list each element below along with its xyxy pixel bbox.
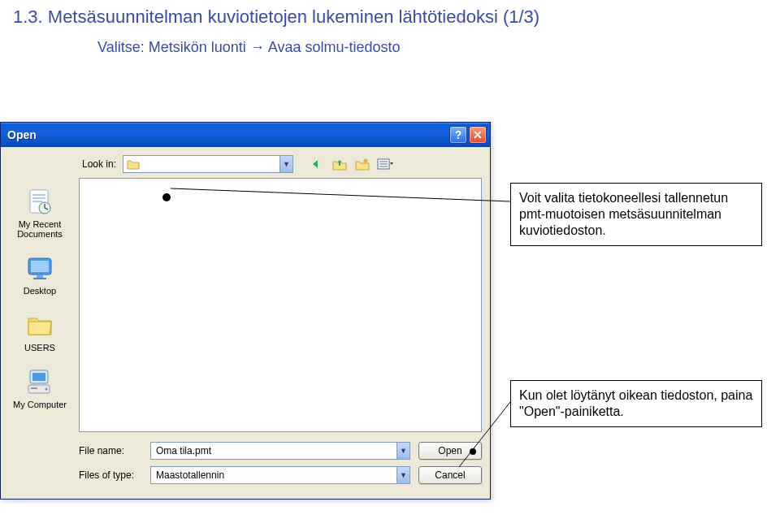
folder-icon (127, 158, 140, 170)
svg-rect-18 (32, 373, 46, 381)
callout-file-list: Voit valita tietokoneellesi tallennetun … (510, 183, 762, 246)
cancel-button-label: Cancel (435, 469, 465, 481)
close-button[interactable]: ✕ (469, 126, 487, 144)
open-button-label: Open (438, 445, 462, 456)
svg-rect-16 (33, 278, 46, 279)
subheading-suffix: Avaa solmu-tiedosto (265, 39, 401, 55)
dialog-title: Open (7, 128, 449, 141)
place-label: USERS (24, 343, 55, 353)
filename-input[interactable]: Oma tila.pmt ▼ (150, 442, 410, 460)
cancel-button[interactable]: Cancel (418, 466, 482, 484)
lookin-combo[interactable]: ▼ (123, 155, 293, 173)
arrow-icon: → (250, 39, 265, 55)
up-folder-icon[interactable] (331, 155, 349, 173)
filename-value: Oma tila.pmt (156, 445, 211, 456)
page-subheading: Valitse: Metsikön luonti → Avaa solmu-ti… (0, 29, 780, 80)
open-dialog: Open ? ✕ Look in: ▼ (0, 122, 491, 500)
users-folder-icon (25, 310, 54, 340)
filetype-label: Files of type: (79, 469, 142, 481)
chevron-down-icon[interactable]: ▼ (280, 156, 292, 172)
svg-rect-20 (31, 387, 37, 389)
chevron-down-icon[interactable]: ▼ (396, 467, 410, 483)
svg-rect-14 (31, 261, 49, 272)
my-computer-icon (25, 367, 54, 396)
filetype-combo[interactable]: Maastotallennin ▼ (150, 466, 410, 484)
place-label: My Recent Documents (6, 219, 73, 239)
help-button[interactable]: ? (449, 126, 467, 144)
svg-rect-11 (32, 201, 42, 202)
place-label: Desktop (24, 286, 56, 296)
filetype-value: Maastotallennin (156, 469, 224, 481)
subheading-prefix: Valitse: Metsikön luonti (98, 39, 250, 55)
place-label: My Computer (13, 400, 67, 409)
callout-open-button: Kun olet löytänyt oikean tiedoston, pain… (510, 380, 762, 427)
page-heading: 1.3. Metsäsuunnitelman kuviotietojen luk… (0, 0, 780, 29)
lookin-label: Look in: (82, 158, 116, 170)
back-icon[interactable] (308, 155, 326, 173)
svg-rect-9 (32, 194, 46, 196)
lookin-row: Look in: ▼ (1, 147, 490, 178)
place-desktop[interactable]: Desktop (6, 248, 74, 303)
view-menu-icon[interactable] (376, 155, 394, 173)
open-button[interactable]: Open (418, 442, 482, 460)
svg-rect-10 (32, 197, 46, 199)
place-users[interactable]: USERS (6, 305, 74, 360)
places-bar: My Recent Documents Desktop USERS My Com… (1, 178, 79, 499)
svg-point-21 (46, 388, 48, 391)
place-my-computer[interactable]: My Computer (6, 361, 74, 417)
titlebar[interactable]: Open ? ✕ (1, 123, 490, 147)
annotation-marker (162, 193, 171, 201)
recent-documents-icon (25, 187, 54, 216)
filename-label: File name: (79, 445, 142, 456)
new-folder-icon[interactable] (353, 155, 371, 173)
annotation-marker (470, 448, 476, 455)
place-recent-documents[interactable]: My Recent Documents (6, 181, 74, 246)
svg-rect-15 (37, 275, 43, 278)
desktop-icon (25, 253, 54, 283)
file-list[interactable] (79, 178, 482, 432)
chevron-down-icon[interactable]: ▼ (396, 443, 410, 459)
